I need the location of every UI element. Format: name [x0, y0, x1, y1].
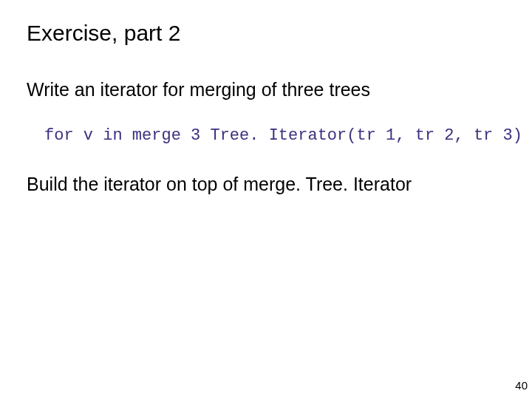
slide-title: Exercise, part 2	[27, 21, 505, 46]
slide: Exercise, part 2 Write an iterator for m…	[0, 0, 532, 399]
instruction-text: Build the iterator on top of merge. Tree…	[27, 173, 505, 196]
page-number: 40	[515, 379, 528, 392]
code-snippet: for v in merge 3 Tree. Iterator(tr 1, tr…	[44, 126, 505, 145]
intro-text: Write an iterator for merging of three t…	[27, 78, 505, 101]
